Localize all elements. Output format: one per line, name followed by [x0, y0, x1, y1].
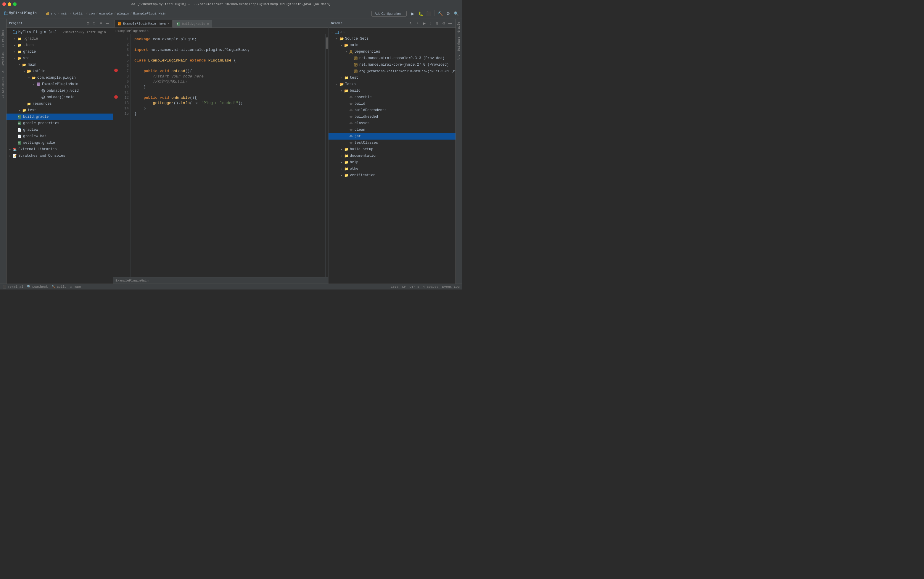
gradle-item-main-ss[interactable]: 📂 main — [328, 42, 456, 49]
tree-item-onload[interactable]: m onLoad():void — [7, 94, 113, 101]
gradle-item-other[interactable]: 📁 other — [328, 165, 456, 172]
tab-examplepluginmain[interactable]: J ExamplePluginMain.java ✕ — [114, 20, 172, 28]
tab-close-examplepluginmain[interactable]: ✕ — [167, 22, 169, 25]
build-button-bottom[interactable]: 🔨 Build — [51, 285, 67, 289]
gradle-item-buildNeeded[interactable]: buildNeeded — [328, 114, 456, 120]
project-tool-settings[interactable]: ≡ — [98, 20, 104, 26]
code-content[interactable]: package com.example.plugin; import net.m… — [131, 34, 325, 277]
arrow-examplepluginmain — [31, 82, 36, 87]
nav-breadcrumb: src / main / kotlin / com / example / pl… — [46, 12, 166, 15]
project-tree[interactable]: MyFirstPlugin [aa] ~/Desktop/MyFirstPlug… — [7, 28, 113, 284]
tree-label-scratches: Scratches and Consoles — [18, 154, 65, 158]
gradle-item-assemble[interactable]: assemble — [328, 94, 456, 101]
tree-item-build-gradle[interactable]: G build.gradle — [7, 114, 113, 120]
tab-label-examplepluginmain: ExamplePluginMain.java — [123, 22, 166, 25]
tree-item-kotlin[interactable]: 📂 kotlin — [7, 68, 113, 75]
luacheck-button[interactable]: 🔍 LuaCheck — [27, 285, 48, 289]
gradle-item-dep2[interactable]: net.mamoe.mirai-core-jvm:0.27.0 (Provide… — [328, 62, 456, 68]
run-button[interactable]: ▶ — [409, 10, 416, 17]
gradle-item-verification[interactable]: 📁 verification — [328, 172, 456, 178]
tree-item-idea[interactable]: 📁 .idea — [7, 42, 113, 49]
search-button[interactable]: 🔍 — [453, 10, 460, 17]
tree-item-main[interactable]: 📂 main — [7, 62, 113, 68]
tree-item-gradle-properties[interactable]: GP gradle.properties — [7, 120, 113, 127]
stop-button[interactable]: ⬛ — [425, 10, 432, 17]
run-buttons: ▶ 🐛 ⬛ 🔨 ⚙ 🔍 — [409, 10, 460, 17]
tree-label-gradle-properties: gradle.properties — [23, 121, 59, 125]
project-tab-strip[interactable]: 1: Project — [1, 28, 5, 49]
gradle-item-dep3[interactable]: org.jetbrains.kotlin:kotlin-stdlib-jdk8:… — [328, 68, 456, 75]
gradle-item-jar[interactable]: jar — [328, 133, 456, 139]
tree-item-gradle[interactable]: 📁 gradle — [7, 49, 113, 55]
gradle-label-verification: verification — [350, 173, 375, 177]
gradle-link-button[interactable]: + — [415, 20, 420, 26]
tree-item-examplepluginmain[interactable]: c ExamplePluginMain — [7, 81, 113, 88]
tree-item-scratches[interactable]: 📝 Scratches and Consoles — [7, 152, 113, 159]
gradle-item-build-task[interactable]: build — [328, 101, 456, 107]
gradle-expand-button[interactable]: ↕ — [428, 20, 433, 26]
tree-item-src[interactable]: 📂 src — [7, 55, 113, 62]
todo-button[interactable]: ☑ TODO — [70, 285, 81, 289]
gradle-item-dependencies[interactable]: Dependencies — [328, 49, 456, 55]
gradle-close-button[interactable]: — — [447, 20, 453, 26]
structure-tab-strip[interactable]: 2: Favorites — [1, 50, 5, 75]
arrow-gradle-properties — [12, 121, 17, 126]
gradle-refresh-button[interactable]: ↻ — [408, 20, 414, 26]
project-tool-expand[interactable]: ⇅ — [92, 20, 97, 26]
minimize-button[interactable] — [8, 2, 11, 6]
project-tool-close[interactable]: — — [105, 20, 110, 26]
favorites-tab-strip[interactable]: Z: Structure — [1, 75, 5, 100]
tree-item-external-libs[interactable]: 📚 External Libraries — [7, 146, 113, 152]
tab-build-gradle[interactable]: G build.gradle ✕ — [173, 20, 212, 28]
project-tool-gear[interactable]: ⚙ — [85, 20, 91, 26]
tab-close-build-gradle[interactable]: ✕ — [207, 22, 208, 26]
close-button[interactable] — [2, 2, 6, 6]
build-button[interactable]: 🔨 — [437, 10, 444, 17]
gradle-settings-button[interactable]: ⚙ — [441, 20, 446, 26]
gradle-item-clean[interactable]: clean — [328, 127, 456, 133]
bc-plugin: plugin — [117, 12, 129, 15]
gradle-side-tab[interactable]: Gradle — [457, 20, 461, 34]
gradle-item-help[interactable]: 📁 help — [328, 159, 456, 165]
gradle-item-test-ss[interactable]: 📁 test — [328, 75, 456, 81]
arrow-buildDependents — [344, 108, 349, 113]
tree-item-resources[interactable]: 📁 resources — [7, 101, 113, 107]
tree-item-test[interactable]: 📁 test — [7, 107, 113, 114]
gradle-item-tasks[interactable]: 📂 Tasks — [328, 81, 456, 88]
tree-item-gradlew[interactable]: 📄 gradlew — [7, 127, 113, 133]
gradle-item-buildDependents[interactable]: buildDependents — [328, 107, 456, 114]
ant-side-tab[interactable]: Ant — [457, 53, 461, 62]
gradle-collapse-button[interactable]: ⇅ — [434, 20, 440, 26]
gradle-item-aa[interactable]: aa — [328, 29, 456, 36]
debug-button[interactable]: 🐛 — [417, 10, 424, 17]
tree-item-com-example-plugin[interactable]: 📂 com.example.plugin — [7, 75, 113, 81]
gradle-item-source-sets[interactable]: 📂 Source Sets — [328, 36, 456, 42]
gradle-run-task-button[interactable]: ▶ — [421, 20, 427, 26]
tree-item-onenable[interactable]: m onEnable():void — [7, 88, 113, 94]
maximize-button[interactable] — [13, 2, 16, 6]
gradle-item-classes[interactable]: classes — [328, 120, 456, 127]
tree-item-gradlew-bat[interactable]: 📄 gradlew.bat — [7, 133, 113, 139]
event-log-button[interactable]: Event Log — [442, 285, 460, 289]
tree-item-settings-gradle[interactable]: SG settings.gradle — [7, 139, 113, 146]
tree-item-myfirstplugin[interactable]: MyFirstPlugin [aa] ~/Desktop/MyFirstPlug… — [7, 29, 113, 36]
gradle-item-testClasses[interactable]: testClasses — [328, 139, 456, 146]
class-icon-examplepluginmain: c — [36, 82, 41, 87]
line-separator: LF — [402, 285, 406, 289]
gradle-item-build-setup[interactable]: 📁 build setup — [328, 146, 456, 152]
gradle-tree[interactable]: aa 📂 Source Sets 📂 main Dependencies — [328, 28, 456, 284]
tree-item-gradle-hidden[interactable]: 📁 .gradle — [7, 36, 113, 42]
tree-label-gradle: gradle — [23, 50, 36, 54]
add-configuration-button[interactable]: Add Configuration... — [371, 11, 407, 16]
settings-button[interactable]: ⚙ — [445, 10, 451, 17]
database-side-tab[interactable]: Database — [457, 35, 461, 52]
terminal-button[interactable]: ⬛ Terminal — [2, 285, 23, 289]
gradle-item-dep1[interactable]: net.mamoe.mirai-console:0.3.3 (Provided) — [328, 55, 456, 62]
status-bar-right: 15:8 LF UTF-8 4 spaces Event Log — [391, 285, 460, 289]
code-scrollbar[interactable] — [325, 34, 328, 277]
gradle-item-build-tasks[interactable]: 📂 build — [328, 88, 456, 94]
tasks-icon: 📂 — [339, 82, 344, 87]
task-icon-jar — [349, 134, 353, 139]
gradle-item-documentation[interactable]: 📁 documentation — [328, 152, 456, 159]
gradlew-bat-icon: 📄 — [17, 134, 22, 139]
